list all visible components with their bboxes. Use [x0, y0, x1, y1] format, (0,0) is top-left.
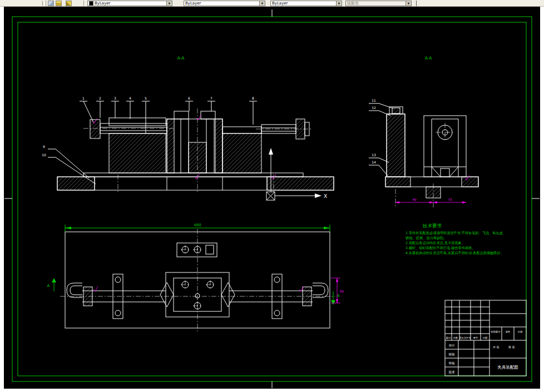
title-block: 标记 处数 更改文件号 签字 日期 设计 校核 审核 批准 阶段标记 重量 比例…: [445, 300, 526, 376]
section-arrow-right: A: [331, 291, 340, 305]
ucs-x-axis-label: X: [324, 193, 327, 199]
balloon: 6: [188, 96, 190, 100]
tech-requirements-line: 1.零件在装配前必须清理和清洗干净,不得有毛刺、飞边、氧化皮、: [405, 231, 506, 235]
tech-requirements-line: 3.螺钉、销钉装配时不得打毛,碰伤零件表面。: [405, 246, 475, 250]
side-section-view: 11 12 13 14 40 72: [369, 98, 478, 208]
front-section-view: 1 2 3 4 5 6 7 8 9 10: [42, 96, 334, 193]
lineweight-control-combo[interactable]: ByLayer ▼: [270, 1, 342, 6]
sheets-label: 共 张: [493, 345, 500, 349]
cell-label: 更改文件号: [459, 336, 472, 339]
plan-view: 480 A: [47, 223, 344, 331]
model-space-canvas[interactable]: A-A A-A 1 2 3 4 5 6: [4, 7, 540, 389]
section-arrow-left: A: [47, 278, 56, 291]
section-arrow-label: A: [47, 284, 50, 288]
plotstyle-control-value: 随颜色: [347, 1, 405, 6]
balloon: 3: [114, 96, 116, 100]
balloon: 13: [372, 153, 376, 157]
balloon: 7: [210, 96, 212, 100]
dim-label: 40: [413, 198, 417, 201]
lineweight-control-value: ByLayer: [272, 1, 336, 6]
cell-label: 设计: [449, 344, 456, 347]
chevron-down-icon[interactable]: ▼: [336, 1, 342, 6]
layers-icon[interactable]: [56, 1, 62, 6]
sheet-no-label: 第 张: [508, 345, 515, 349]
dim-label: 60: [340, 290, 344, 293]
ucs-icon: X: [266, 148, 327, 200]
cell-label: 处数: [453, 336, 458, 339]
title-block-signature-rows: 设计 校核 审核 批准: [448, 344, 456, 374]
cell-label: 审核: [449, 361, 456, 365]
tech-requirements-title: 技术要求: [422, 223, 442, 229]
linetype-control-value: ByLayer: [185, 1, 259, 6]
toolbar-grip[interactable]: [42, 1, 45, 6]
drawing-name: 夹具装配图: [497, 365, 518, 370]
balloon-numbers-side: 11 12 13 14: [372, 98, 376, 164]
cell-label: 日期: [483, 336, 487, 339]
dim-label: 480: [194, 223, 201, 227]
section-label-front: A-A: [177, 56, 185, 61]
toolbar-separator: [46, 1, 46, 6]
balloon: 10: [42, 153, 46, 157]
cell-label: 校核: [448, 353, 456, 356]
section-label-side: A-A: [425, 56, 433, 61]
toolbar-separator: [83, 1, 84, 6]
balloon: 4: [129, 96, 131, 100]
scale-label: 比例: [518, 330, 522, 334]
balloon: 8: [252, 96, 254, 100]
chevron-down-icon[interactable]: ▼: [405, 1, 411, 6]
object-properties-toolbar: ByLayer ▼ ByLayer ▼ ByLayer ▼ 随颜色 ▼: [0, 0, 544, 7]
tech-requirements-line: 锈蚀、切屑、油污等缺陷。: [405, 236, 447, 240]
tech-requirements-line: 4.夹紧机构动作应灵活可靠,夹紧后不得松动,各配合面接触良好。: [405, 251, 504, 255]
balloon: 5: [145, 96, 147, 100]
chevron-down-icon[interactable]: ▼: [259, 1, 265, 6]
tech-requirements-line: 2.装配后各运动件应灵活,无卡滞现象。: [405, 241, 465, 245]
toolbar-separator: [416, 1, 417, 6]
chevron-down-icon[interactable]: ▼: [166, 1, 172, 6]
balloon: 1: [82, 96, 85, 100]
drawing-canvas[interactable]: A-A A-A 1 2 3 4 5 6: [4, 7, 540, 389]
weight-label: 重量: [506, 330, 510, 333]
title-block-rev-headers: 标记 处数 更改文件号 签字 日期: [446, 336, 487, 340]
cell-label: 签字: [473, 336, 478, 339]
color-control-value: ByLayer: [95, 1, 166, 6]
dim-label: 72: [448, 198, 452, 201]
layer-properties-icon[interactable]: [48, 1, 54, 6]
plotstyle-control-combo[interactable]: 随颜色 ▼: [345, 1, 412, 6]
balloon: 12: [372, 106, 376, 110]
make-object-layer-icon[interactable]: [66, 1, 72, 6]
color-control-combo[interactable]: ByLayer ▼: [87, 1, 172, 6]
balloon: 11: [372, 98, 376, 102]
balloon: 14: [372, 160, 376, 164]
stage-label: 阶段标记: [491, 330, 501, 334]
balloon: 9: [43, 145, 45, 148]
linetype-control-combo[interactable]: ByLayer ▼: [184, 1, 265, 6]
balloon: 2: [99, 96, 101, 100]
cell-label: 批准: [449, 370, 456, 374]
cell-label: 标记: [446, 336, 451, 340]
technical-requirements: 技术要求 1.零件在装配前必须清理和清洗干净,不得有毛刺、飞边、氧化皮、 锈蚀、…: [405, 223, 506, 255]
color-swatch-icon: [89, 1, 93, 6]
